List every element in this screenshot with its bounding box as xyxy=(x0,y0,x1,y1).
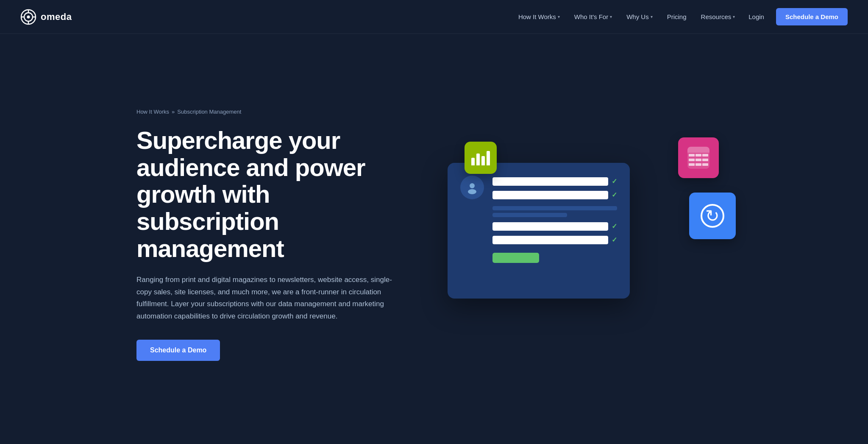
form-field-1 xyxy=(492,177,608,186)
nav-item-why-us[interactable]: Why Us ▾ xyxy=(620,10,659,24)
chevron-down-icon: ▾ xyxy=(610,14,612,19)
check-icon-3: ✓ xyxy=(612,222,617,230)
form-field-3 xyxy=(492,222,608,231)
logo[interactable]: omeda xyxy=(20,9,72,25)
nav-item-who-its-for[interactable]: Who It's For ▾ xyxy=(568,10,618,24)
calendar-icon xyxy=(687,147,709,169)
check-icon-4: ✓ xyxy=(612,236,617,244)
svg-point-8 xyxy=(468,189,476,194)
breadcrumb-parent-link[interactable]: How It Works xyxy=(136,109,169,115)
hero-title: Supercharge your audience and power grow… xyxy=(136,127,405,262)
form-field-4 xyxy=(492,236,608,244)
nav-link-resources[interactable]: Resources ▾ xyxy=(695,10,741,24)
chevron-down-icon: ▾ xyxy=(558,14,560,19)
form-fields: ✓ ✓ ✓ ✓ xyxy=(492,176,617,263)
sync-card xyxy=(689,193,736,239)
check-icon-1: ✓ xyxy=(612,177,617,185)
check-icon-2: ✓ xyxy=(612,191,617,199)
text-line-2 xyxy=(492,213,567,217)
breadcrumb-current: Subscription Management xyxy=(177,109,241,115)
nav-link-how-it-works[interactable]: How It Works ▾ xyxy=(512,10,566,24)
bar-chart-icon xyxy=(471,150,490,165)
form-field-row-3: ✓ xyxy=(492,222,617,231)
nav-link-pricing[interactable]: Pricing xyxy=(661,10,693,24)
breadcrumb: How It Works » Subscription Management xyxy=(136,109,405,115)
login-link[interactable]: Login xyxy=(741,10,772,24)
text-line-1 xyxy=(492,206,617,210)
main-nav: omeda How It Works ▾ Who It's For ▾ Why … xyxy=(0,0,868,34)
hero-content: How It Works » Subscription Management S… xyxy=(136,109,422,361)
nav-link-who-its-for[interactable]: Who It's For ▾ xyxy=(568,10,618,24)
hero-description: Ranging from print and digital magazines… xyxy=(136,274,399,323)
svg-point-7 xyxy=(470,183,475,188)
sync-icon xyxy=(701,204,724,228)
logo-text: omeda xyxy=(41,11,72,22)
nav-links: How It Works ▾ Who It's For ▾ Why Us ▾ P… xyxy=(512,10,741,24)
svg-point-2 xyxy=(27,15,30,18)
bar-chart-card xyxy=(465,142,497,174)
hero-illustration: ✓ ✓ ✓ ✓ xyxy=(422,137,732,332)
form-field-row-2: ✓ xyxy=(492,191,617,199)
subscription-form-card: ✓ ✓ ✓ ✓ xyxy=(448,163,630,299)
logo-icon xyxy=(20,9,36,25)
nav-link-why-us[interactable]: Why Us ▾ xyxy=(620,10,659,24)
breadcrumb-separator: » xyxy=(172,109,175,115)
hero-schedule-demo-button[interactable]: Schedule a Demo xyxy=(136,340,220,361)
chevron-down-icon: ▾ xyxy=(651,14,653,19)
form-field-row-1: ✓ xyxy=(492,177,617,186)
calendar-card xyxy=(678,137,719,178)
nav-item-pricing[interactable]: Pricing xyxy=(661,10,693,24)
form-text-lines xyxy=(492,206,617,217)
hero-section: How It Works » Subscription Management S… xyxy=(116,34,752,444)
nav-item-resources[interactable]: Resources ▾ xyxy=(695,10,741,24)
form-field-2 xyxy=(492,191,608,199)
form-field-row-4: ✓ xyxy=(492,236,617,244)
nav-schedule-demo-button[interactable]: Schedule a Demo xyxy=(776,8,848,25)
avatar xyxy=(460,176,484,199)
submit-button-visual xyxy=(492,253,539,263)
chevron-down-icon: ▾ xyxy=(733,14,735,19)
nav-item-how-it-works[interactable]: How It Works ▾ xyxy=(512,10,566,24)
user-avatar-icon xyxy=(465,181,479,194)
